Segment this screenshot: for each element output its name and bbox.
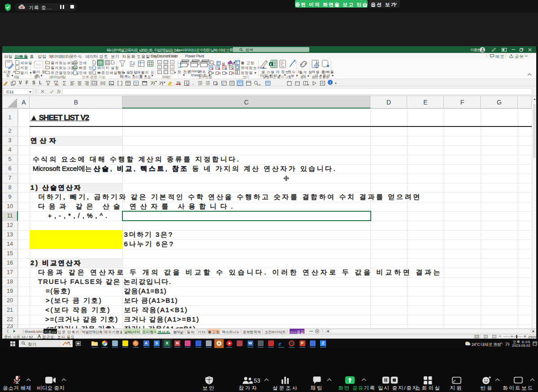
svg-text:X: X bbox=[269, 62, 272, 66]
